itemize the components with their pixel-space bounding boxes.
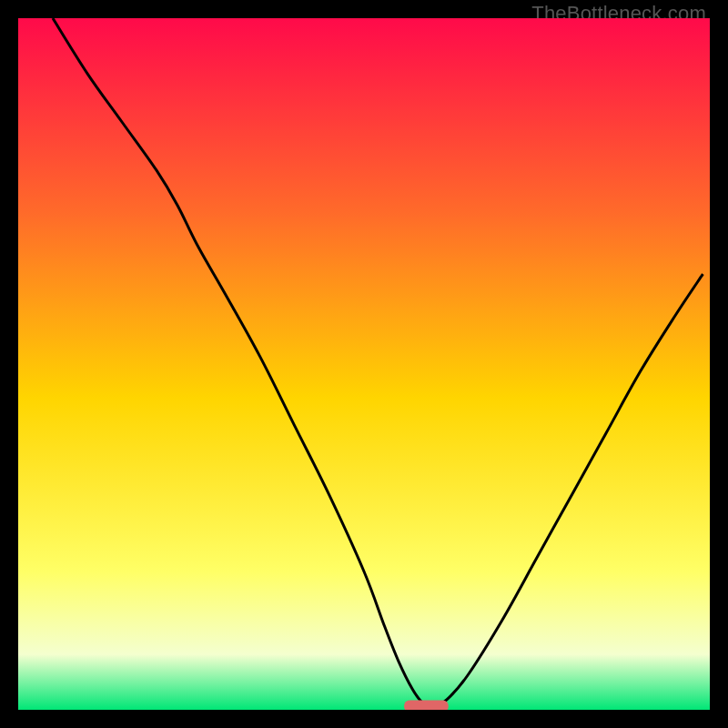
minimum-marker bbox=[404, 700, 449, 710]
chart-frame bbox=[18, 18, 710, 710]
bottleneck-chart bbox=[18, 18, 710, 710]
